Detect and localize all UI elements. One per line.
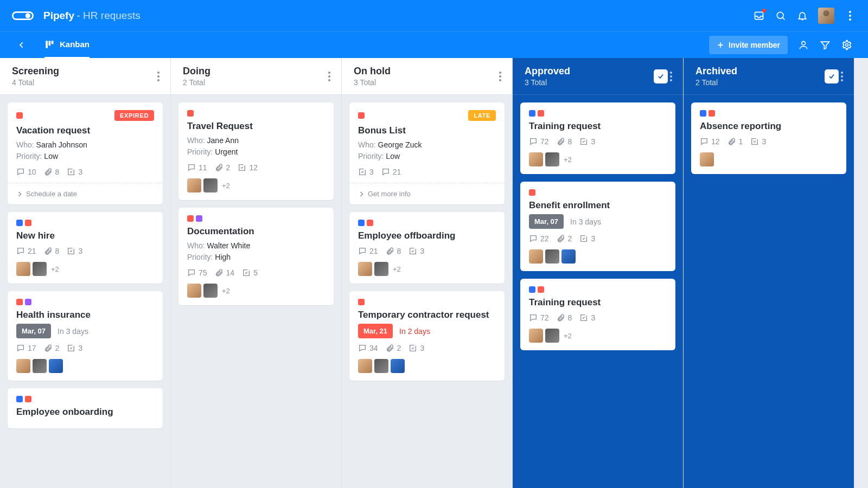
column-more-button[interactable]	[326, 69, 333, 84]
card[interactable]: Employee offboarding2183+2	[349, 212, 505, 284]
label-dot	[358, 299, 365, 305]
bell-icon[interactable]	[796, 10, 808, 22]
avatar[interactable]	[561, 249, 576, 264]
column-doing: Doing2 TotalTravel RequestWho: Jane AnnP…	[171, 58, 342, 488]
card-action[interactable]: Schedule a date	[8, 183, 163, 204]
card-title: Employee onboarding	[16, 407, 154, 418]
card[interactable]: DocumentationWho: Walter WhitePriority: …	[178, 208, 334, 305]
tab-kanban[interactable]: Kanban	[44, 40, 90, 59]
avatar[interactable]	[33, 262, 47, 276]
avatar[interactable]	[358, 262, 372, 276]
attach-icon: 1	[727, 137, 743, 146]
avatar[interactable]	[545, 249, 559, 264]
filter-icon[interactable]	[819, 39, 831, 51]
avatar[interactable]	[203, 284, 218, 298]
user-avatar[interactable]	[818, 8, 834, 24]
card[interactable]: New hire2183+2	[8, 212, 163, 284]
attach-icon: 2	[215, 163, 231, 172]
attach-icon: 2	[557, 234, 572, 243]
svg-point-8	[846, 44, 848, 47]
card-title: Travel Request	[187, 121, 325, 132]
card-action[interactable]: Get more info	[349, 183, 505, 204]
tasks-icon: 3	[358, 168, 374, 176]
card-assignees	[529, 249, 667, 264]
card-labels	[358, 112, 365, 119]
avatar[interactable]	[529, 329, 543, 343]
label-dot	[538, 286, 544, 293]
avatar[interactable]	[545, 329, 559, 343]
avatar[interactable]	[374, 359, 388, 373]
check-icon	[825, 69, 839, 84]
avatar[interactable]	[358, 359, 372, 373]
avatar[interactable]	[16, 262, 30, 276]
avatar[interactable]	[16, 359, 30, 373]
avatar[interactable]	[529, 249, 543, 264]
avatar[interactable]	[374, 262, 388, 276]
card-assignees: +2	[358, 262, 496, 276]
invite-member-button[interactable]: Invite member	[709, 36, 788, 54]
avatar[interactable]	[545, 152, 559, 166]
card[interactable]: Training request7283+2	[520, 279, 675, 350]
card-labels	[700, 110, 715, 117]
column-count: 3 Total	[525, 78, 649, 87]
card[interactable]: Travel RequestWho: Jane AnnPriority: Urg…	[178, 102, 334, 200]
settings-icon[interactable]	[841, 39, 853, 51]
card-title: Documentation	[187, 226, 325, 237]
card-due: Mar, 21In 2 days	[358, 324, 496, 338]
attach-icon: 14	[215, 268, 235, 277]
avatar[interactable]	[700, 152, 714, 166]
card[interactable]: EXPIREDVacation requestWho: Sarah Johnso…	[8, 102, 163, 204]
avatar[interactable]	[187, 284, 201, 298]
comment-icon: 10	[16, 168, 36, 176]
label-dot	[25, 220, 31, 226]
card-due: Mar, 07In 3 days	[16, 324, 154, 338]
column-more-button[interactable]	[497, 69, 503, 84]
column-body: Training request7283+2Benefit enrollment…	[513, 95, 683, 488]
card-who: Who: Jane Ann	[187, 135, 325, 146]
avatar[interactable]	[33, 359, 47, 373]
card-stats: 1723	[16, 344, 154, 352]
label-dot	[16, 396, 23, 402]
attach-icon: 8	[557, 137, 572, 146]
inbox-icon[interactable]	[753, 10, 765, 22]
card-title: Temporary contractor request	[358, 310, 496, 320]
column-more-button[interactable]	[155, 69, 162, 84]
card-priority: Priority: Low	[358, 151, 496, 162]
avatar[interactable]	[49, 359, 63, 373]
card[interactable]: Benefit enrollmentMar, 07In 3 days2223	[520, 182, 675, 271]
avatar[interactable]	[203, 178, 218, 192]
column-count: 4 Total	[12, 78, 155, 87]
card-labels	[529, 110, 544, 117]
avatar[interactable]	[529, 152, 543, 166]
card[interactable]: Health insuranceMar, 07In 3 days1723	[8, 291, 163, 381]
card-assignees: +2	[187, 178, 325, 192]
status-badge: EXPIRED	[114, 110, 154, 121]
search-icon[interactable]	[775, 10, 787, 22]
logo-icon[interactable]	[12, 9, 34, 22]
card-stats: 321	[358, 168, 496, 176]
column-more-button[interactable]	[839, 69, 845, 84]
card[interactable]: Temporary contractor requestMar, 21In 2 …	[349, 291, 505, 381]
card-stats: 7283	[529, 137, 667, 146]
card[interactable]: LATEBonus ListWho: George ZuckPriority: …	[349, 102, 505, 204]
avatar[interactable]	[187, 178, 201, 192]
card[interactable]: Training request7283+2	[520, 102, 675, 174]
card[interactable]: Employee onboarding	[8, 388, 163, 428]
card-assignees	[700, 152, 838, 166]
card-who: Who: George Zuck	[358, 139, 496, 151]
avatar-more: +2	[564, 156, 572, 164]
attach-icon: 8	[44, 247, 60, 255]
column-header: On hold3 Total	[342, 58, 512, 95]
label-dot	[16, 299, 23, 305]
card[interactable]: Absence reporting1213	[691, 102, 846, 174]
column-more-button[interactable]	[668, 69, 674, 84]
card-who: Who: Walter White	[187, 240, 325, 252]
card-due: Mar, 07In 3 days	[529, 214, 667, 229]
comment-icon: 12	[700, 137, 720, 146]
more-icon[interactable]	[844, 10, 856, 22]
back-button[interactable]	[15, 41, 28, 49]
column-title: Archived	[695, 66, 820, 77]
person-icon[interactable]	[797, 39, 809, 51]
avatar[interactable]	[391, 359, 405, 373]
svg-rect-4	[46, 41, 48, 48]
